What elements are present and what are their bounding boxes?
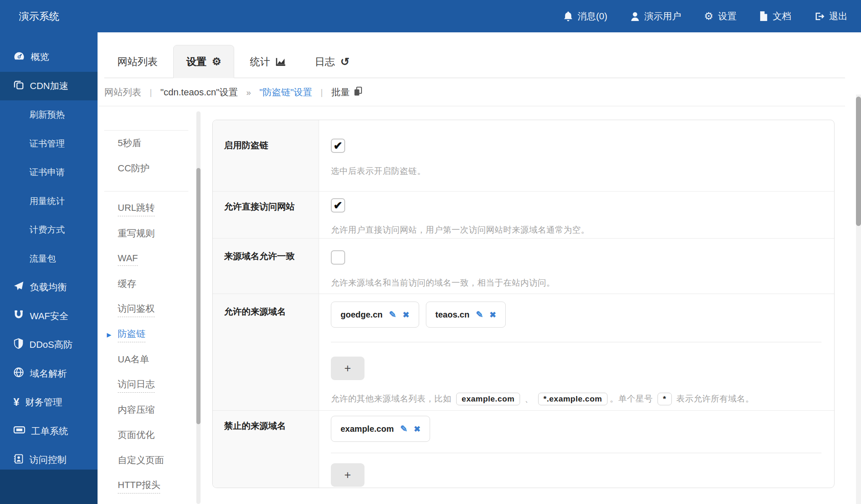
logout-icon [814,11,824,21]
sidebar-item-overview[interactable]: 概览 [0,43,98,71]
description-text: 、 [522,394,536,403]
form-row-allow-direct-access: 允许直接访问网站✔允许用户直接访问网站，用户第一次访问网站时来源域名通常为空。 [213,192,834,239]
form-value: goedge.cn✎✖teaos.cn✎✖+允许的其他来源域名列表，比如 exa… [319,294,834,410]
checkbox-allow-same-origin[interactable] [331,250,345,265]
submenu-item-waf[interactable]: WAF [98,247,197,271]
breadcrumb-site-list[interactable]: 网站列表 [104,86,141,99]
add-domain-button[interactable]: + [331,463,364,487]
submenu-item-page-optimization[interactable]: 页面优化 [98,423,197,448]
sidebar-item-label: 证书申请 [29,166,65,178]
domain-tag: teaos.cn✎✖ [426,302,506,328]
form-row-forbidden-origin-domains: 禁止的来源域名example.com✎✖+ [213,411,834,488]
breadcrumb-site-settings[interactable]: "cdn.teaos.cn"设置 [160,86,238,99]
edit-icon[interactable]: ✎ [400,424,408,434]
form-row-allowed-origin-domains: 允许的来源域名goedge.cn✎✖teaos.cn✎✖+允许的其他来源域名列表… [213,294,834,411]
sidebar-item-load-balancer[interactable]: 负载均衡 [0,273,98,302]
topbar-item-docs[interactable]: 文档 [759,10,791,23]
ticket-icon [13,425,25,437]
shield-icon [13,338,24,352]
sidebar-item-traffic-package[interactable]: 流量包 [0,244,98,273]
form-row-description: 允许的其他来源域名列表，比如 example.com 、 *.example.c… [331,393,821,405]
page-scrollbar-thumb[interactable] [856,97,861,226]
sidebar-item-label: 财务管理 [25,396,62,409]
remove-icon[interactable]: ✖ [403,310,409,320]
submenu-item-rewrite-rules[interactable]: 重写规则 [98,222,197,246]
breadcrumb-separator: | [321,87,323,97]
submenu-item-5s-shield[interactable]: 5秒盾 [98,131,197,156]
sidebar-item-access-control[interactable]: 访问控制 [0,446,98,474]
remove-icon[interactable]: ✖ [414,424,420,434]
paper-plane-icon [13,281,24,294]
sidebar-item-ddos-protection[interactable]: DDoS高防 [0,331,98,359]
submenu-item-access-log[interactable]: 访问日志 [98,373,197,397]
sidebar-item-cdn-acceleration[interactable]: CDN加速 [0,72,98,100]
submenu-item-content-compression[interactable]: 内容压缩 [98,398,197,423]
topbar-item-label: 消息(0) [578,10,607,23]
sidebar-item-refresh-preheat[interactable]: 刷新预热 [0,100,98,129]
add-domain-button[interactable]: + [331,357,364,380]
topbar-item-label: 退出 [829,10,848,23]
submenu-item-http-headers[interactable]: HTTP报头 [98,474,197,498]
topbar-item-label: 演示用户 [644,10,681,23]
topbar-item-logout[interactable]: 退出 [814,10,848,23]
sidebar-item-dns-resolution[interactable]: 域名解析 [0,360,98,388]
app-logo[interactable]: 演示系统 [0,10,59,23]
submenu-group-divider [104,191,188,192]
form-label: 启用防盗链 [213,120,319,191]
submenu-item-label: UA名单 [118,353,149,367]
submenu-scrollbar-thumb[interactable] [196,168,201,424]
sidebar-item-label: 用量统计 [29,195,65,207]
submenu-item-label: 自定义页面 [118,454,164,467]
hotlink-settings-form: 启用防盗链✔选中后表示开启防盗链。允许直接访问网站✔允许用户直接访问网站，用户第… [212,120,835,488]
check-mark-icon: ✔ [333,200,343,211]
domain-tag-list: goedge.cn✎✖teaos.cn✎✖ [331,302,821,328]
submenu-item-cc-protection[interactable]: CC防护 [98,157,197,181]
submenu-item-label: CC防护 [118,162,150,176]
topbar-item-settings[interactable]: ⚙设置 [704,10,737,23]
submenu-item-label: 访问鉴权 [118,302,155,317]
description-text: 允许的其他来源域名列表，比如 [331,394,454,403]
submenu-item-custom-pages[interactable]: 自定义页面 [98,449,197,473]
submenu-item-ua-list[interactable]: UA名单 [98,348,197,372]
form-value: ✔允许用户直接访问网站，用户第一次访问网站时来源域名通常为空。 [319,192,834,238]
submenu-item-hotlink-protection[interactable]: ▶防盗链 [98,323,197,347]
tab-stats[interactable]: 统计 [237,45,299,78]
edit-icon[interactable]: ✎ [476,310,483,320]
submenu-item-access-auth[interactable]: 访问鉴权 [98,297,197,322]
topbar-item-current-user[interactable]: 演示用户 [630,10,681,23]
tab-label: 日志 [314,55,335,68]
example-chip: *.example.com [538,393,608,405]
domain-tag-label: example.com [341,424,394,434]
sidebar-footer [0,470,98,504]
breadcrumb-current[interactable]: "防盗链"设置 [259,86,312,99]
history-icon: ↺ [340,56,349,67]
sidebar-item-usage-stats[interactable]: 用量统计 [0,187,98,215]
sidebar-item-label: 工单系统 [31,425,68,438]
checkbox-enable-hotlink-protection[interactable]: ✔ [331,139,345,153]
cdn-icon [13,79,24,92]
copy-icon [354,87,362,99]
edit-icon[interactable]: ✎ [389,310,396,320]
remove-icon[interactable]: ✖ [489,310,496,320]
sidebar-item-label: 流量包 [29,253,56,265]
tab-logs[interactable]: 日志↺ [301,45,362,78]
example-chip: example.com [456,393,520,405]
sidebar-item-finance-management[interactable]: ¥财务管理 [0,388,98,417]
sidebar-item-ticket-system[interactable]: 工单系统 [0,417,98,446]
sidebar-item-label: 域名解析 [30,368,67,380]
breadcrumb-batch-button[interactable]: 批量 [331,86,362,99]
tab-site-list[interactable]: 网站列表 [104,45,171,78]
submenu-item-cache[interactable]: 缓存 [98,272,197,297]
topbar-item-messages[interactable]: 消息(0) [563,10,607,23]
submenu-item-url-redirect[interactable]: URL跳转 [98,197,197,221]
sidebar-item-cert-apply[interactable]: 证书申请 [0,158,98,186]
sidebar-item-billing-method[interactable]: 计费方式 [0,215,98,244]
sidebar-nav: 概览CDN加速刷新预热证书管理证书申请用量统计计费方式流量包负载均衡WAF安全D… [0,32,98,504]
sidebar-item-waf-security[interactable]: WAF安全 [0,302,98,331]
form-row-enable-hotlink-protection: 启用防盗链✔选中后表示开启防盗链。 [213,120,834,192]
checkbox-allow-direct-access[interactable]: ✔ [331,198,345,213]
tab-settings[interactable]: 设置⚙ [173,45,234,78]
submenu-item-label: 页面优化 [118,429,155,442]
sidebar-item-cert-management[interactable]: 证书管理 [0,129,98,158]
submenu-item-label: 5秒盾 [118,137,141,150]
